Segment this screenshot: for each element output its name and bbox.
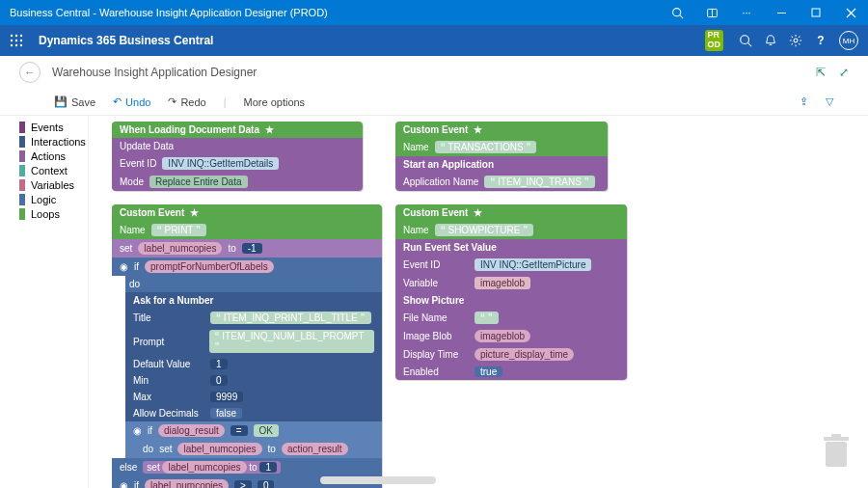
svg-line-18 [748,43,752,47]
product-name[interactable]: Dynamics 365 Business Central [39,34,705,47]
sidebar-item-loops[interactable]: Loops [19,206,88,221]
svg-rect-23 [831,434,841,438]
svg-point-12 [15,40,17,41]
category-swatch [19,136,25,148]
blockly-canvas[interactable]: When Loading Document Data ★ Update Data… [89,116,868,488]
horizontal-scrollbar[interactable] [320,476,436,484]
svg-point-8 [11,35,13,37]
content: EventsInteractionsActionsContextVariable… [0,116,868,488]
sidebar-item-label: Context [31,165,68,176]
trash-icon[interactable] [822,434,851,471]
svg-point-9 [15,35,17,37]
sidebar-item-label: Variables [31,179,74,191]
filter-icon[interactable]: ▽ [826,95,833,108]
block-custom-event-transactions[interactable]: Custom Event ★ Name “ TRANSACTIONS ” Sta… [395,122,608,191]
category-swatch [19,179,25,191]
redo-button[interactable]: ↷Redo [168,95,205,108]
window-titlebar: Business Central - Warehouse Insight App… [0,0,868,25]
redo-icon: ↷ [168,95,176,108]
svg-point-11 [11,40,13,41]
sidebar-item-actions[interactable]: Actions [19,149,88,163]
more-options-button[interactable]: More options [244,96,306,108]
close-icon[interactable] [833,0,868,25]
svg-point-15 [15,44,17,46]
back-button[interactable]: ← [19,62,41,83]
nav-search-icon[interactable] [733,34,758,47]
open-new-icon[interactable]: ⇱ [816,66,826,79]
bell-icon[interactable] [758,34,783,47]
svg-point-17 [741,36,749,44]
category-swatch [19,150,25,162]
page-title: Warehouse Insight Application Designer [52,66,257,79]
sidebar-item-label: Events [31,122,64,133]
category-swatch [19,208,25,220]
sidebar-item-variables[interactable]: Variables [19,177,88,192]
help-icon[interactable]: ? [808,34,833,47]
svg-rect-5 [812,9,820,16]
expand-icon[interactable]: ⤢ [839,66,849,79]
app-launcher-icon[interactable] [10,34,31,47]
category-swatch [19,194,25,205]
toolbar: 💾Save ↶Undo ↷Redo | More options ⇪ ▽ [0,89,868,116]
svg-point-13 [20,40,22,41]
svg-point-20 [794,39,798,42]
sidebar-item-label: Actions [31,150,66,162]
save-button[interactable]: 💾Save [54,95,95,108]
svg-rect-21 [826,442,847,467]
svg-point-14 [11,44,13,46]
tab-icon[interactable] [694,0,729,25]
sidebar-item-label: Logic [31,194,56,205]
window-title: Business Central - Warehouse Insight App… [0,7,660,18]
sidebar-item-logic[interactable]: Logic [19,192,88,206]
sidebar-item-label: Loops [31,208,60,220]
sidebar-item-context[interactable]: Context [19,163,88,177]
category-swatch [19,122,25,133]
svg-point-16 [20,44,22,46]
share-icon[interactable]: ⇪ [800,95,808,108]
undo-button[interactable]: ↶Undo [113,95,150,108]
more-icon[interactable]: ··· [729,0,764,25]
minimize-icon[interactable] [764,0,799,25]
sidebar-item-interactions[interactable]: Interactions [19,134,88,149]
search-icon[interactable] [660,0,694,25]
env-badge: PROD [705,30,724,51]
svg-point-0 [672,8,680,15]
block-category-sidebar: EventsInteractionsActionsContextVariable… [0,116,89,488]
svg-line-1 [679,14,682,17]
category-swatch [19,165,25,176]
block-when-loading-document-data[interactable]: When Loading Document Data ★ Update Data… [112,122,363,191]
sidebar-item-label: Interactions [31,136,86,148]
block-custom-event-print[interactable]: Custom Event ★ Name“ PRINT ” set label_n… [112,204,382,488]
avatar[interactable]: MH [839,31,858,50]
app-navbar: Dynamics 365 Business Central PROD ? MH [0,25,868,56]
block-custom-event-showpicture[interactable]: Custom Event ★ Name “ SHOWPICTURE ” Run … [395,204,627,380]
page-header: ← Warehouse Insight Application Designer… [0,56,868,89]
svg-point-10 [20,35,22,37]
sidebar-item-events[interactable]: Events [19,120,88,134]
undo-icon: ↶ [113,95,122,108]
gear-icon[interactable] [783,34,808,47]
save-icon: 💾 [54,95,68,108]
maximize-icon[interactable] [799,0,833,25]
